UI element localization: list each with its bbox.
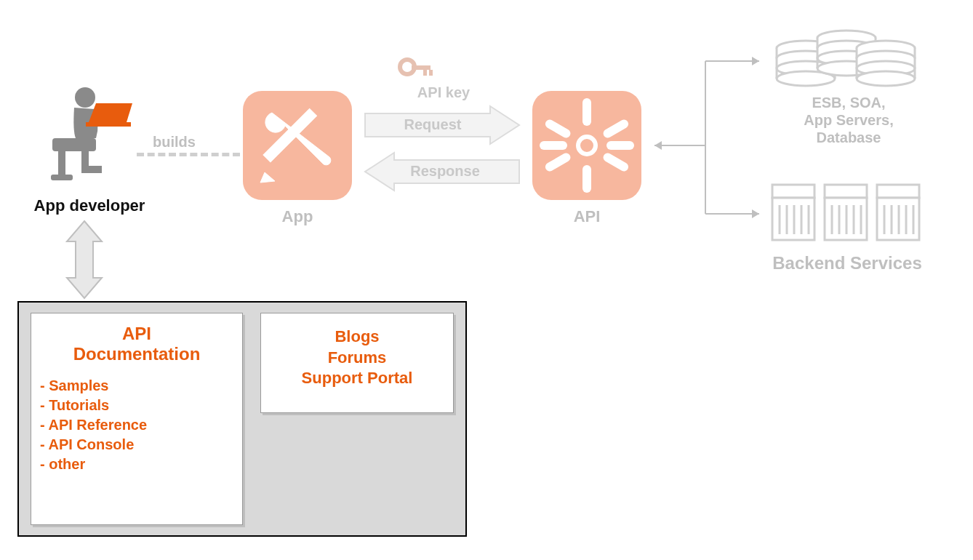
portal-community-card: Blogs Forums Support Portal bbox=[260, 313, 454, 413]
backend-db-line2: App Servers, bbox=[780, 112, 918, 129]
docs-title-2: Documentation bbox=[73, 344, 201, 364]
developer-portal-arrow bbox=[63, 220, 106, 300]
gear-icon bbox=[532, 91, 641, 200]
svg-rect-17 bbox=[540, 141, 567, 150]
backend-db-line1: ESB, SOA, bbox=[780, 95, 918, 111]
svg-rect-69 bbox=[877, 185, 919, 198]
svg-rect-19 bbox=[601, 118, 630, 139]
svg-rect-62 bbox=[825, 185, 867, 198]
docs-list: - Samples - Tutorials - API Reference - … bbox=[31, 376, 242, 474]
svg-rect-2 bbox=[58, 151, 65, 176]
developer-label: App developer bbox=[20, 196, 159, 215]
svg-rect-10 bbox=[423, 70, 427, 76]
docs-title-1: API bbox=[122, 324, 151, 343]
response-label: Response bbox=[394, 163, 496, 180]
servers-icon bbox=[769, 180, 922, 250]
tools-icon bbox=[243, 91, 352, 200]
svg-rect-22 bbox=[544, 118, 572, 139]
app-tile bbox=[243, 91, 352, 200]
svg-rect-21 bbox=[544, 151, 572, 172]
svg-point-14 bbox=[578, 137, 596, 154]
request-label: Request bbox=[385, 116, 480, 133]
svg-rect-16 bbox=[582, 165, 591, 193]
svg-point-0 bbox=[75, 87, 95, 108]
api-key-label: API key bbox=[396, 84, 491, 101]
svg-marker-30 bbox=[752, 209, 759, 218]
builds-connector bbox=[137, 153, 240, 156]
svg-rect-15 bbox=[582, 98, 591, 126]
svg-rect-18 bbox=[606, 141, 634, 150]
backend-connectors bbox=[644, 44, 775, 233]
svg-rect-1 bbox=[52, 138, 96, 151]
svg-rect-3 bbox=[51, 175, 73, 180]
svg-point-52 bbox=[857, 71, 915, 86]
svg-rect-11 bbox=[429, 70, 433, 76]
api-tile bbox=[532, 91, 641, 200]
docs-item: - API Console bbox=[40, 435, 242, 455]
builds-label: builds bbox=[153, 134, 196, 151]
svg-rect-5 bbox=[86, 122, 131, 127]
app-label: App bbox=[243, 207, 352, 226]
developer-icon bbox=[45, 87, 132, 182]
portal-container: API Documentation - Samples - Tutorials … bbox=[17, 301, 467, 537]
svg-marker-24 bbox=[654, 141, 662, 150]
svg-rect-9 bbox=[412, 65, 431, 70]
backend-db-line3: Database bbox=[780, 129, 918, 146]
docs-item: - API Reference bbox=[40, 415, 242, 435]
community-line3: Support Portal bbox=[302, 369, 413, 387]
docs-item: - other bbox=[40, 455, 242, 474]
docs-item: - Tutorials bbox=[40, 396, 242, 415]
svg-marker-76 bbox=[67, 221, 102, 298]
docs-item: - Samples bbox=[40, 376, 242, 396]
svg-marker-7 bbox=[260, 172, 275, 183]
key-icon bbox=[397, 57, 433, 86]
svg-rect-55 bbox=[772, 185, 814, 198]
api-label: API bbox=[532, 207, 641, 226]
community-line1: Blogs bbox=[335, 327, 379, 345]
database-icon bbox=[772, 20, 918, 93]
svg-marker-4 bbox=[89, 103, 132, 122]
svg-rect-20 bbox=[601, 151, 630, 172]
svg-marker-27 bbox=[752, 57, 759, 65]
portal-docs-card: API Documentation - Samples - Tutorials … bbox=[31, 313, 243, 525]
backend-title: Backend Services bbox=[749, 253, 945, 273]
community-line2: Forums bbox=[328, 348, 387, 367]
